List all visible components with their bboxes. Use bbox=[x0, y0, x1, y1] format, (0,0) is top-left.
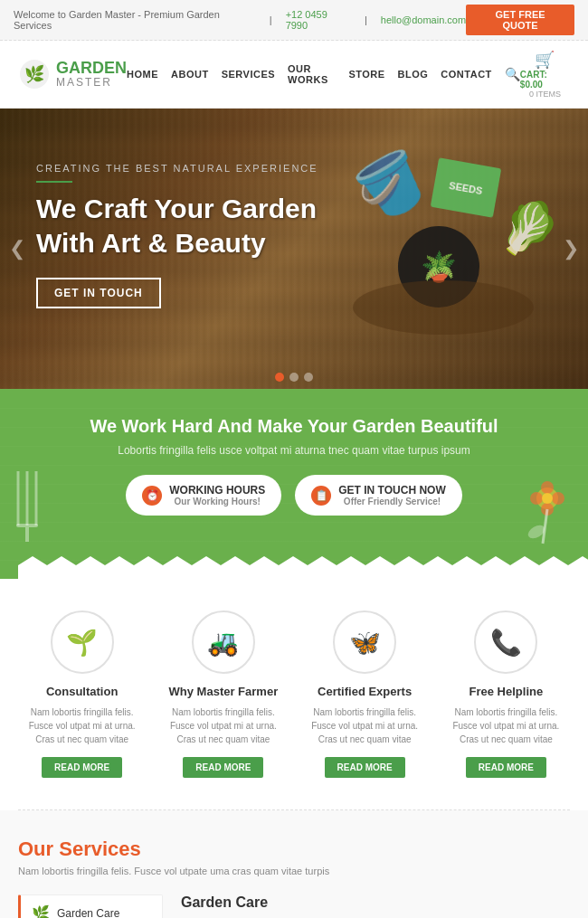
get-in-touch-label: GET IN TOUCH NOW Offer Friendly Service! bbox=[338, 484, 445, 506]
nav-about[interactable]: ABOUT bbox=[171, 69, 209, 80]
nav-home[interactable]: HOME bbox=[127, 69, 158, 80]
green-section-subtitle: Lobortis fringilla felis usce voltpat mi… bbox=[18, 444, 570, 457]
hero-content: CREATING THE BEST NATURAL EXPERIENCE We … bbox=[36, 163, 318, 308]
cart-icon: 🛒 bbox=[535, 50, 555, 70]
experts-icon: 🦋 bbox=[333, 610, 396, 674]
green-section-buttons: ⏰ WORKING HOURS Our Working Hours! 📋 GET… bbox=[18, 475, 570, 516]
garden-care-icon: 🌿 bbox=[32, 904, 50, 918]
get-in-touch-now-button[interactable]: 📋 GET IN TOUCH NOW Offer Friendly Servic… bbox=[295, 475, 461, 516]
experts-title: Certified Experts bbox=[301, 685, 429, 698]
nav-store[interactable]: STORE bbox=[348, 69, 384, 80]
farmer-desc: Nam lobortis fringilla felis. Fusce vol … bbox=[159, 705, 287, 746]
header: 🌿 GARDEN MASTER HOME ABOUT SERVICES OUR … bbox=[0, 41, 588, 109]
hero-dots bbox=[275, 373, 313, 382]
cart-area[interactable]: 🛒 CART: $0.00 0 ITEMS bbox=[520, 50, 570, 99]
logo-icon: 🌿 bbox=[18, 58, 51, 90]
hero-dot-1[interactable] bbox=[275, 373, 284, 382]
services-layout: 🌿 Garden Care ✂️ Lawn Moving 🚛 Rubbish R… bbox=[18, 894, 570, 918]
garden-care-label: Garden Care bbox=[57, 907, 119, 919]
search-icon[interactable]: 🔍 bbox=[505, 67, 520, 81]
hero-dot-3[interactable] bbox=[304, 373, 313, 382]
experts-desc: Nam lobortis fringilla felis. Fusce vol … bbox=[301, 705, 429, 746]
farmer-title: Why Master Farmer bbox=[159, 685, 287, 698]
logo-text: GARDEN MASTER bbox=[56, 60, 127, 90]
hero-next-arrow[interactable]: ❯ bbox=[563, 237, 579, 260]
helpline-read-more[interactable]: READ MORE bbox=[466, 757, 546, 778]
hero-title: We Craft Your Garden With Art & Beauty bbox=[36, 192, 318, 260]
nav-contact[interactable]: CONTACT bbox=[441, 69, 491, 80]
email-link[interactable]: hello@domain.com bbox=[381, 14, 466, 25]
hero-line bbox=[36, 181, 72, 183]
helpline-desc: Nam lobortis fringilla felis. Fusce vol … bbox=[442, 705, 570, 746]
consultation-desc: Nam lobortis fringilla felis. Fusce vol … bbox=[18, 705, 146, 746]
working-hours-button[interactable]: ⏰ WORKING HOURS Our Working Hours! bbox=[126, 475, 281, 516]
gardener-illustration bbox=[452, 894, 570, 918]
separator2: | bbox=[365, 14, 367, 25]
farmer-icon: 🚜 bbox=[192, 610, 255, 674]
cart-items: 0 ITEMS bbox=[529, 90, 561, 99]
feature-helpline: 📞 Free Helpline Nam lobortis fringilla f… bbox=[442, 610, 570, 778]
phone-link[interactable]: +12 0459 7990 bbox=[286, 9, 351, 31]
hero-section: 🪴 🪣 SEEDS 🥬 CREATING THE BEST NATURAL EX… bbox=[0, 109, 588, 389]
service-garden-care[interactable]: 🌿 Garden Care bbox=[18, 894, 163, 918]
logo-garden: GARDEN bbox=[56, 60, 127, 78]
hero-prev-arrow[interactable]: ❮ bbox=[9, 237, 25, 260]
logo-master: MASTER bbox=[56, 77, 127, 89]
get-free-quote-button[interactable]: GET FREE QUOTE bbox=[466, 5, 574, 35]
top-bar-info: Welcome to Garden Master - Premium Garde… bbox=[14, 9, 466, 31]
working-hours-label: WORKING HOURS Our Working Hours! bbox=[169, 484, 265, 506]
feature-consultation: 🌱 Consultation Nam lobortis fringilla fe… bbox=[18, 610, 146, 778]
logo[interactable]: 🌿 GARDEN MASTER bbox=[18, 58, 127, 90]
top-bar: Welcome to Garden Master - Premium Garde… bbox=[0, 0, 588, 41]
feature-experts: 🦋 Certified Experts Nam lobortis fringil… bbox=[301, 610, 429, 778]
consultation-title: Consultation bbox=[18, 685, 146, 698]
nav-our-works[interactable]: OUR WORKS bbox=[288, 63, 336, 85]
service-content-title: Garden Care bbox=[181, 894, 434, 911]
features-grid: 🌱 Consultation Nam lobortis fringilla fe… bbox=[18, 610, 570, 778]
green-section-title: We Work Hard And Make Your Garden Beauti… bbox=[18, 416, 570, 437]
nav-services[interactable]: SERVICES bbox=[222, 69, 275, 80]
nav-blog[interactable]: BLOG bbox=[398, 69, 429, 80]
feature-farmer: 🚜 Why Master Farmer Nam lobortis fringil… bbox=[159, 610, 287, 778]
green-section: We Work Hard And Make Your Garden Beauti… bbox=[0, 389, 588, 579]
hero-subtitle: CREATING THE BEST NATURAL EXPERIENCE bbox=[36, 163, 318, 174]
svg-text:🌿: 🌿 bbox=[24, 64, 45, 84]
features-section: 🌱 Consultation Nam lobortis fringilla fe… bbox=[0, 579, 588, 809]
services-subtitle: Nam lobortis fringilla felis. Fusce vol … bbox=[18, 866, 570, 876]
farmer-read-more[interactable]: READ MORE bbox=[183, 757, 263, 778]
experts-read-more[interactable]: READ MORE bbox=[325, 757, 405, 778]
separator: | bbox=[270, 14, 272, 25]
consultation-icon: 🌱 bbox=[51, 610, 114, 674]
helpline-title: Free Helpline bbox=[442, 685, 570, 698]
services-section: Our Services Nam lobortis fringilla feli… bbox=[0, 810, 588, 918]
hero-dot-2[interactable] bbox=[289, 373, 299, 382]
services-sidebar: 🌿 Garden Care ✂️ Lawn Moving 🚛 Rubbish R… bbox=[18, 894, 163, 918]
clock-icon: ⏰ bbox=[142, 486, 162, 506]
consultation-read-more[interactable]: READ MORE bbox=[42, 757, 122, 778]
welcome-text: Welcome to Garden Master - Premium Garde… bbox=[14, 9, 256, 31]
services-heading: Our Services bbox=[18, 838, 570, 861]
hero-decoration: 🪴 🪣 SEEDS 🥬 bbox=[299, 109, 588, 389]
message-icon: 📋 bbox=[311, 486, 331, 506]
hero-cta-button[interactable]: GET IN TOUCH bbox=[36, 278, 161, 308]
services-content: Garden Care Nam lobortis fringilla felis… bbox=[181, 894, 434, 918]
green-section-inner: We Work Hard And Make Your Garden Beauti… bbox=[18, 416, 570, 552]
cart-price: CART: $0.00 bbox=[520, 70, 570, 90]
main-nav: HOME ABOUT SERVICES OUR WORKS STORE BLOG… bbox=[127, 63, 520, 85]
helpline-icon: 📞 bbox=[474, 610, 537, 674]
